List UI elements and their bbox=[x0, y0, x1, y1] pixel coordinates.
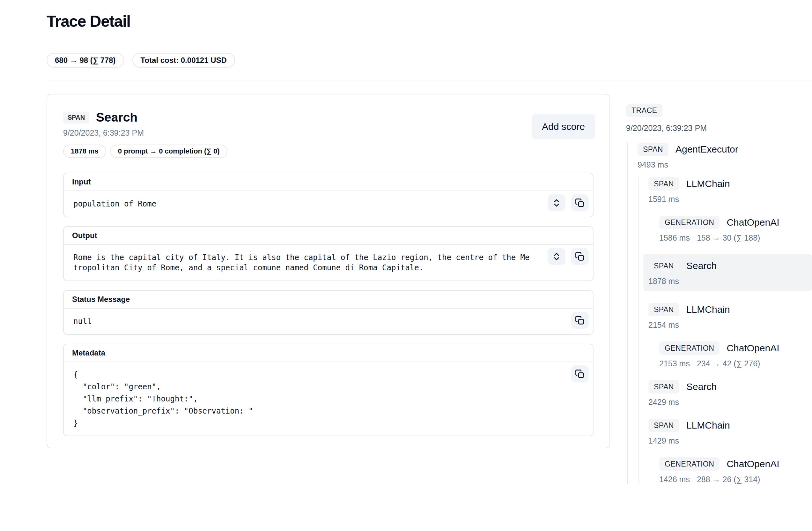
tree-node-search-2[interactable]: SPAN Search 2429 ms bbox=[648, 380, 812, 407]
node-token-usage: 234 → 42 (∑ 276) bbox=[697, 359, 760, 368]
metadata-content: { "color": "green", "llm_prefix": "Thoug… bbox=[73, 369, 532, 429]
status-message-section: Status Message null bbox=[63, 290, 594, 335]
trace-tree-panel: TRACE 9/20/2023, 6:39:23 PM SPAN AgentEx… bbox=[626, 94, 812, 484]
node-name: AgentExecutor bbox=[676, 144, 738, 155]
copy-button[interactable] bbox=[571, 312, 589, 329]
span-type-badge: SPAN bbox=[648, 259, 679, 273]
metadata-section: Metadata { "color": "green", "llm_prefix… bbox=[63, 344, 594, 436]
copy-icon bbox=[575, 252, 584, 261]
input-content: population of Rome bbox=[73, 199, 532, 209]
span-type-badge: SPAN bbox=[648, 419, 679, 432]
observation-name: Search bbox=[96, 111, 137, 125]
span-type-badge: SPAN bbox=[648, 303, 679, 316]
span-type-badge: SPAN bbox=[648, 380, 679, 393]
expand-button[interactable] bbox=[548, 194, 565, 211]
tree-node-generation-2[interactable]: GENERATION ChatOpenAI 2153 ms 234 → 42 (… bbox=[659, 342, 812, 368]
trace-tree: SPAN AgentExecutor 9493 ms SPAN LLMChain… bbox=[627, 143, 812, 484]
trace-datetime: 9/20/2023, 6:39:23 PM bbox=[626, 124, 812, 133]
input-section-title: Input bbox=[64, 173, 593, 191]
tree-node-generation-3[interactable]: GENERATION ChatOpenAI 1426 ms 288 → 26 (… bbox=[659, 457, 812, 484]
observation-card: SPAN Search 9/20/2023, 6:39:23 PM 1878 m… bbox=[46, 94, 610, 448]
copy-icon bbox=[575, 316, 584, 325]
node-name: ChatOpenAI bbox=[726, 217, 779, 228]
expand-button[interactable] bbox=[548, 248, 565, 265]
node-duration: 1878 ms bbox=[648, 277, 679, 286]
output-section-title: Output bbox=[64, 227, 593, 245]
node-duration: 2153 ms bbox=[659, 359, 690, 368]
node-name: LLMChain bbox=[686, 420, 730, 431]
node-duration: 1586 ms bbox=[659, 233, 690, 243]
copy-button[interactable] bbox=[571, 365, 589, 382]
tree-node-generation-1[interactable]: GENERATION ChatOpenAI 1586 ms 158 → 30 (… bbox=[659, 216, 812, 243]
tree-node-search-1-selected[interactable]: SPAN Search 1878 ms bbox=[643, 254, 812, 291]
header-separator bbox=[46, 80, 812, 81]
total-cost-badge: Total cost: 0.00121 USD bbox=[132, 53, 235, 68]
latency-badge: 1878 ms bbox=[63, 145, 106, 158]
node-duration: 2429 ms bbox=[648, 398, 679, 407]
status-message-title: Status Message bbox=[64, 291, 593, 308]
node-name: Search bbox=[686, 381, 716, 392]
token-usage-badge: 680 → 98 (∑ 778) bbox=[46, 53, 124, 68]
page-title: Trace Detail bbox=[46, 12, 812, 31]
generation-type-badge: GENERATION bbox=[659, 457, 720, 471]
metadata-title: Metadata bbox=[64, 344, 593, 362]
trace-summary-badges: 680 → 98 (∑ 778) Total cost: 0.00121 USD bbox=[46, 53, 812, 68]
node-name: LLMChain bbox=[686, 178, 730, 189]
agentexecutor-children: SPAN LLMChain 1591 ms GENERATION ChatOpe… bbox=[638, 177, 812, 484]
llmchain-2-children: GENERATION ChatOpenAI 2153 ms 234 → 42 (… bbox=[649, 342, 812, 368]
copy-button[interactable] bbox=[571, 194, 589, 211]
observation-datetime: 9/20/2023, 6:39:23 PM bbox=[63, 128, 594, 138]
span-type-badge: SPAN bbox=[638, 143, 668, 156]
status-message-content: null bbox=[73, 316, 532, 327]
generation-type-badge: GENERATION bbox=[659, 342, 720, 355]
tree-node-agentexecutor[interactable]: SPAN AgentExecutor 9493 ms SPAN LLMChain… bbox=[638, 143, 812, 484]
node-duration: 1426 ms bbox=[659, 475, 690, 484]
span-type-badge: SPAN bbox=[648, 177, 679, 190]
node-name: ChatOpenAI bbox=[726, 459, 779, 470]
node-token-usage: 158 → 30 (∑ 188) bbox=[697, 233, 760, 243]
chevrons-up-down-icon bbox=[552, 252, 561, 261]
llmchain-1-children: GENERATION ChatOpenAI 1586 ms 158 → 30 (… bbox=[649, 216, 812, 243]
chevrons-up-down-icon bbox=[552, 198, 561, 208]
generation-type-badge: GENERATION bbox=[659, 216, 720, 229]
llmchain-3-children: GENERATION ChatOpenAI 1426 ms 288 → 26 (… bbox=[649, 457, 812, 484]
node-token-usage: 288 → 26 (∑ 314) bbox=[697, 475, 760, 484]
node-name: Search bbox=[686, 260, 716, 271]
tree-node-llmchain-2[interactable]: SPAN LLMChain 2154 ms bbox=[648, 303, 812, 330]
node-duration: 9493 ms bbox=[638, 160, 668, 170]
observation-token-badge: 0 prompt → 0 completion (∑ 0) bbox=[110, 145, 228, 158]
tree-node-llmchain-1[interactable]: SPAN LLMChain 1591 ms bbox=[648, 177, 812, 204]
output-section: Output Rome is the capital city of Italy… bbox=[63, 226, 594, 281]
tree-node-llmchain-3[interactable]: SPAN LLMChain 1429 ms bbox=[648, 419, 812, 445]
trace-type-badge: TRACE bbox=[626, 104, 663, 117]
observation-type-badge: SPAN bbox=[63, 112, 89, 124]
add-score-button[interactable]: Add score bbox=[532, 114, 595, 139]
copy-button[interactable] bbox=[571, 248, 589, 265]
output-content: Rome is the capital city of Italy. It is… bbox=[73, 253, 532, 273]
trace-detail-page: Trace Detail 680 → 98 (∑ 778) Total cost… bbox=[0, 0, 812, 484]
copy-icon bbox=[575, 198, 584, 208]
node-name: LLMChain bbox=[686, 304, 730, 315]
node-name: ChatOpenAI bbox=[726, 343, 779, 354]
node-duration: 1591 ms bbox=[648, 195, 679, 204]
input-section: Input population of Rome bbox=[63, 173, 594, 217]
node-duration: 2154 ms bbox=[648, 320, 679, 330]
copy-icon bbox=[575, 369, 584, 379]
node-duration: 1429 ms bbox=[648, 436, 679, 445]
